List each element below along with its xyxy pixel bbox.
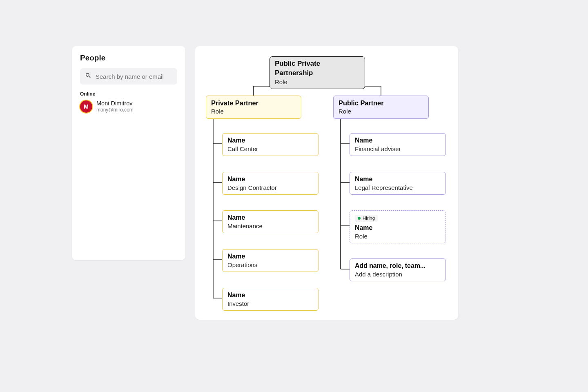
node-title: Public Partner xyxy=(339,98,423,107)
node-title: Name xyxy=(227,213,313,222)
org-node-private-child[interactable]: Name Investor xyxy=(222,288,318,311)
people-panel: People Online M Moni Dimitrov mony@miro.… xyxy=(72,46,185,260)
avatar: M xyxy=(80,100,92,113)
org-node-private-child[interactable]: Name Design Contractor xyxy=(222,172,318,195)
org-node-private-child[interactable]: Name Call Center xyxy=(222,133,318,156)
status-dot-icon xyxy=(358,217,361,220)
node-title: Add name, role, team... xyxy=(355,261,441,270)
node-subtitle: Legal Representative xyxy=(355,184,441,192)
node-title: Private Partner xyxy=(211,98,296,107)
node-title: Name xyxy=(227,175,313,184)
node-title: Name xyxy=(355,175,441,184)
node-subtitle: Maintenance xyxy=(227,222,313,230)
org-node-public-partner[interactable]: Public Partner Role xyxy=(333,96,429,119)
node-subtitle: Call Center xyxy=(227,145,313,153)
org-node-private-child[interactable]: Name Maintenance xyxy=(222,210,318,233)
node-subtitle: Design Contractor xyxy=(227,184,313,192)
person-meta: Moni Dimitrov mony@miro.com xyxy=(96,100,134,113)
node-subtitle: Operations xyxy=(227,261,313,269)
org-node-public-child[interactable]: Name Financial adviser xyxy=(350,133,446,156)
node-subtitle: Investor xyxy=(227,300,313,308)
node-title: Name xyxy=(227,136,313,145)
node-title: Public Private Partnership xyxy=(275,59,360,78)
org-node-public-child-hiring[interactable]: Hiring Name Role xyxy=(350,210,446,243)
search-box[interactable] xyxy=(80,68,177,85)
org-node-add-placeholder[interactable]: Add name, role, team... Add a descriptio… xyxy=(350,258,446,281)
online-section-label: Online xyxy=(80,91,177,97)
org-node-private-partner[interactable]: Private Partner Role xyxy=(206,96,301,119)
people-title: People xyxy=(80,53,177,62)
node-title: Name xyxy=(355,223,441,232)
node-subtitle: Role xyxy=(339,107,423,116)
node-title: Name xyxy=(227,291,313,300)
org-node-root[interactable]: Public Private Partnership Role xyxy=(270,56,365,89)
hiring-badge: Hiring xyxy=(355,215,378,222)
node-subtitle: Add a description xyxy=(355,270,441,278)
node-title: Name xyxy=(227,252,313,261)
node-subtitle: Financial adviser xyxy=(355,145,441,153)
node-title: Name xyxy=(355,136,441,145)
node-subtitle: Role xyxy=(355,232,441,241)
person-row[interactable]: M Moni Dimitrov mony@miro.com xyxy=(80,100,177,113)
search-input[interactable] xyxy=(96,73,172,80)
org-node-private-child[interactable]: Name Operations xyxy=(222,249,318,272)
search-icon xyxy=(85,72,91,80)
person-name: Moni Dimitrov xyxy=(96,100,134,107)
person-email: mony@miro.com xyxy=(96,107,134,113)
node-subtitle: Role xyxy=(211,107,296,116)
badge-label: Hiring xyxy=(363,215,375,222)
org-node-public-child[interactable]: Name Legal Representative xyxy=(350,172,446,195)
node-subtitle: Role xyxy=(275,78,360,86)
org-chart-canvas[interactable]: Public Private Partnership Role Private … xyxy=(195,46,458,320)
